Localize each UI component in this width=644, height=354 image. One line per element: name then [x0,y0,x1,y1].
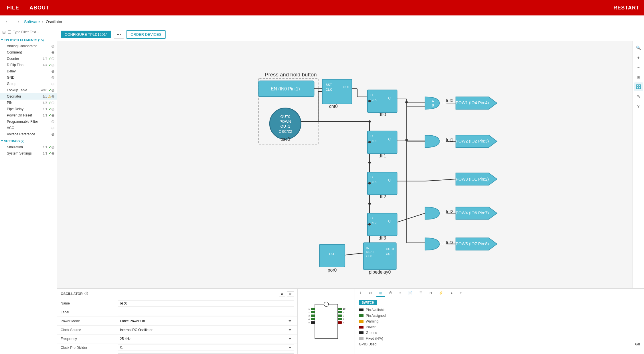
tab-list[interactable]: ☰ [416,290,425,297]
add-delay-icon[interactable]: ⊕ [51,69,55,74]
add-vcc-icon[interactable]: ⊕ [51,126,55,130]
tab-info[interactable]: ℹ [357,290,364,297]
collapse-icon: ▾ [1,38,3,42]
svg-rect-104 [639,85,641,86]
sidebar-section-settings[interactable]: ▾ SETTINGS (2) [0,137,57,144]
fit-view-button[interactable]: ⊞ [634,73,643,81]
warning-color [359,320,364,323]
svg-rect-116 [338,315,342,317]
add-analog-comparator-icon[interactable]: ⊕ [51,44,55,48]
add-voltref-icon[interactable]: ⊕ [51,132,55,137]
sidebar-item-voltage-ref[interactable]: Voltage Reference ⊕ [0,131,57,137]
sidebar-item-oscillator[interactable]: Oscillator 1/1 ⚠ ⊕ [0,93,57,100]
sidebar-item-delay[interactable]: Delay ⊕ [0,68,57,74]
svg-text:OUT0: OUT0 [386,248,394,251]
svg-text:2: 2 [308,311,310,314]
add-lut-icon[interactable]: ⊕ [51,88,55,92]
sidebar-item-vcc[interactable]: VCC ⊕ [0,125,57,131]
sidebar-item-gnd[interactable]: GND ⊕ [0,74,57,81]
sidebar-item-prog-filter[interactable]: Programmable Filter ⊕ [0,118,57,125]
tab-code[interactable]: <> [366,290,375,297]
sidebar-item-analog-comparator[interactable]: Analog Comparator ⊕ [0,43,57,49]
add-pin-icon[interactable]: ⊕ [51,100,55,105]
tab-settings[interactable]: ≡ [396,290,404,297]
clock-source-select[interactable]: Internal RC Oscillator External [118,327,294,333]
sidebar-item-counter[interactable]: Counter 1/4 ✔ ⊕ [0,56,57,62]
more-options-button[interactable]: ••• [114,31,124,39]
back-button[interactable]: ← [3,19,11,25]
svg-text:CLK: CLK [370,139,377,143]
svg-rect-107 [315,304,338,339]
props-copy-button[interactable]: ⧉ [279,291,285,296]
props-header: OSCILLATOR ⓘ ⧉ 🗑 [57,289,297,299]
clock-pre-divider-select[interactable]: /1 /2 /4 [118,345,294,351]
svg-text:D: D [370,134,373,138]
zoom-out-button[interactable]: − [634,63,643,72]
tab-doc[interactable]: 📄 [405,290,415,297]
file-menu[interactable]: FILE [5,4,21,12]
search-tool-button[interactable]: 🔍 [634,43,643,52]
tab-crop[interactable]: ⊓ [426,290,435,297]
order-devices-button[interactable]: ORDER DEVICES [126,30,166,39]
add-comment-icon[interactable]: ⊕ [51,50,55,55]
svg-text:1: 1 [308,308,310,310]
diagram-canvas[interactable]: Press and hold button EN (IN0 Pin:1) OUT… [57,41,633,288]
svg-point-94 [368,161,371,164]
tab-component[interactable]: ⊞ [376,290,385,297]
legend-ground: Ground [359,331,640,335]
svg-text:OUT: OUT [343,85,350,89]
pipedelay-check-icon: ✔ [48,107,51,111]
forward-button[interactable]: → [14,19,22,25]
sidebar-item-pin[interactable]: PIN 6/8 ✔ ⊕ [0,100,57,106]
sidebar-item-group[interactable]: Group ⊕ [0,81,57,87]
svg-text:lut1: lut1 [446,138,453,143]
sidebar-item-lookup-table[interactable]: Lookup Table 4/10 ✔ ⊕ [0,87,57,93]
add-sim-icon[interactable]: ⊕ [51,145,55,149]
svg-text:OUT0: OUT0 [280,114,290,119]
sidebar-item-dflipflop[interactable]: D Flip Flop 4/4 ✔ ⊕ [0,62,57,68]
breadcrumb-software[interactable]: Software [24,19,40,24]
svg-text:Q: Q [388,178,391,182]
name-input[interactable] [118,300,294,306]
add-pipedelay-icon[interactable]: ⊕ [51,107,55,111]
tab-history[interactable]: ⏱ [386,290,395,297]
dff-check-icon: ✔ [48,63,51,67]
label-input[interactable] [118,309,294,315]
tab-chart[interactable]: ▲ [447,290,456,297]
sidebar-item-comment[interactable]: Comment ⊕ [0,49,57,56]
sidebar-item-simulation[interactable]: Simulation 1/1 ✔ ⊕ [0,144,57,150]
sidebar-section-elements[interactable]: ▾ TPLD1201 ELEMENTS (15) [0,36,57,43]
props-delete-button[interactable]: 🗑 [287,291,294,296]
svg-text:Q: Q [388,219,391,223]
sidebar-item-pipe-delay[interactable]: Pipe Delay 1/1 ✔ ⊕ [0,106,57,112]
frequency-select[interactable]: 25 kHz 50 kHz 100 kHz [118,336,294,342]
svg-text:CLK: CLK [370,180,377,184]
sidebar-item-power-on-reset[interactable]: Power On Reset 1/1 ✔ ⊕ [0,112,57,118]
edit-tool-button[interactable]: ✎ [634,92,643,101]
tab-bolt[interactable]: ⚡ [436,290,446,297]
svg-text:8: 8 [343,315,344,317]
configure-button[interactable]: CONFIGURE TPLD1201* [61,31,111,38]
add-dff-icon[interactable]: ⊕ [51,63,55,67]
add-syssettings-icon[interactable]: ⊕ [51,151,55,156]
add-gnd-icon[interactable]: ⊕ [51,75,55,80]
about-menu[interactable]: ABOUT [27,4,52,12]
add-counter-icon[interactable]: ⊕ [51,56,55,61]
layout-button[interactable] [634,82,643,91]
tab-square[interactable]: □ [457,290,465,297]
add-progfilter-icon[interactable]: ⊕ [51,119,55,124]
power-mode-select[interactable]: Force Power On Auto Power Down [118,318,294,324]
filter-input[interactable] [13,30,56,34]
restart-button[interactable]: RESTART [613,5,639,11]
svg-text:OUT1: OUT1 [386,252,394,256]
zoom-in-button[interactable]: + [634,53,643,62]
sidebar-item-sys-settings[interactable]: System Settings 1/1 ✔ ⊕ [0,150,57,157]
add-oscillator-icon[interactable]: ⊕ [51,94,55,99]
help-button[interactable]: ? [634,102,643,110]
properties-panel: OSCILLATOR ⓘ ⧉ 🗑 Name Label [57,289,298,354]
svg-text:OUT: OUT [439,211,445,215]
legend-power: Power [359,325,640,329]
add-group-icon[interactable]: ⊕ [51,82,55,86]
svg-rect-115 [338,311,342,313]
add-por-icon[interactable]: ⊕ [51,113,55,118]
